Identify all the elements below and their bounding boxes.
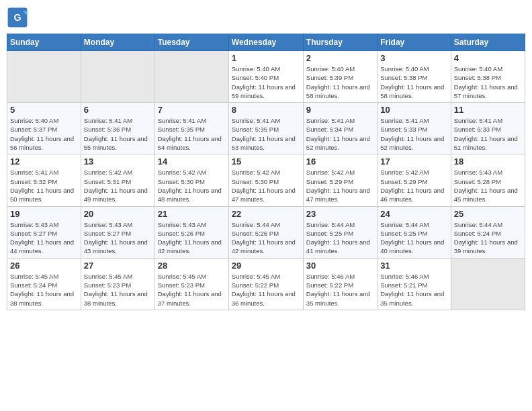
calendar-cell: 4Sunrise: 5:40 AM Sunset: 5:38 PM Daylig… [451, 51, 525, 103]
calendar-header-row: SundayMondayTuesdayWednesdayThursdayFrid… [7, 34, 525, 51]
day-number: 11 [454, 105, 522, 115]
day-number: 30 [306, 261, 374, 271]
calendar-cell [154, 51, 228, 103]
day-number: 13 [84, 156, 152, 167]
day-info: Sunrise: 5:42 AM Sunset: 5:30 PM Dayligh… [232, 168, 300, 203]
day-info: Sunrise: 5:44 AM Sunset: 5:25 PM Dayligh… [380, 220, 447, 256]
logo: G [7, 7, 31, 28]
calendar-cell: 19Sunrise: 5:43 AM Sunset: 5:27 PM Dayli… [7, 206, 81, 258]
svg-text:G: G [13, 12, 21, 23]
day-info: Sunrise: 5:43 AM Sunset: 5:28 PM Dayligh… [454, 168, 522, 203]
calendar-cell: 23Sunrise: 5:44 AM Sunset: 5:25 PM Dayli… [303, 206, 377, 258]
calendar-header-monday: Monday [81, 34, 154, 51]
calendar-header-friday: Friday [378, 34, 451, 51]
calendar-header-tuesday: Tuesday [154, 34, 228, 51]
day-info: Sunrise: 5:43 AM Sunset: 5:27 PM Dayligh… [84, 220, 152, 256]
calendar-cell: 13Sunrise: 5:42 AM Sunset: 5:31 PM Dayli… [81, 154, 154, 206]
day-number: 8 [232, 105, 300, 115]
day-info: Sunrise: 5:42 AM Sunset: 5:29 PM Dayligh… [306, 168, 374, 203]
logo-icon: G [7, 7, 28, 28]
calendar-cell: 15Sunrise: 5:42 AM Sunset: 5:30 PM Dayli… [228, 154, 303, 206]
day-info: Sunrise: 5:42 AM Sunset: 5:29 PM Dayligh… [380, 168, 447, 203]
calendar-table: SundayMondayTuesdayWednesdayThursdayFrid… [7, 34, 525, 310]
day-info: Sunrise: 5:40 AM Sunset: 5:38 PM Dayligh… [380, 64, 447, 100]
calendar-cell: 22Sunrise: 5:44 AM Sunset: 5:26 PM Dayli… [228, 206, 303, 258]
day-info: Sunrise: 5:42 AM Sunset: 5:30 PM Dayligh… [158, 168, 226, 203]
calendar-header-thursday: Thursday [303, 34, 377, 51]
calendar-header-wednesday: Wednesday [228, 34, 303, 51]
calendar-cell: 27Sunrise: 5:45 AM Sunset: 5:23 PM Dayli… [81, 258, 154, 310]
day-number: 20 [84, 209, 152, 219]
day-number: 2 [306, 53, 374, 63]
calendar-cell: 30Sunrise: 5:46 AM Sunset: 5:22 PM Dayli… [303, 258, 377, 310]
day-info: Sunrise: 5:41 AM Sunset: 5:35 PM Dayligh… [158, 116, 226, 152]
calendar-cell: 8Sunrise: 5:41 AM Sunset: 5:35 PM Daylig… [228, 103, 303, 154]
calendar-cell: 26Sunrise: 5:45 AM Sunset: 5:24 PM Dayli… [7, 258, 81, 310]
calendar-cell: 16Sunrise: 5:42 AM Sunset: 5:29 PM Dayli… [303, 154, 377, 206]
calendar-week-5: 26Sunrise: 5:45 AM Sunset: 5:24 PM Dayli… [7, 258, 525, 310]
calendar-cell: 25Sunrise: 5:44 AM Sunset: 5:24 PM Dayli… [451, 206, 525, 258]
calendar-cell: 20Sunrise: 5:43 AM Sunset: 5:27 PM Dayli… [81, 206, 154, 258]
day-number: 24 [380, 209, 447, 219]
day-info: Sunrise: 5:44 AM Sunset: 5:25 PM Dayligh… [306, 220, 374, 256]
day-info: Sunrise: 5:45 AM Sunset: 5:23 PM Dayligh… [84, 272, 152, 308]
day-info: Sunrise: 5:43 AM Sunset: 5:26 PM Dayligh… [158, 220, 226, 256]
day-info: Sunrise: 5:41 AM Sunset: 5:33 PM Dayligh… [380, 116, 447, 152]
day-number: 26 [10, 261, 78, 271]
calendar-cell: 11Sunrise: 5:41 AM Sunset: 5:33 PM Dayli… [451, 103, 525, 154]
calendar-cell: 18Sunrise: 5:43 AM Sunset: 5:28 PM Dayli… [451, 154, 525, 206]
calendar-cell: 9Sunrise: 5:41 AM Sunset: 5:34 PM Daylig… [303, 103, 377, 154]
calendar-cell: 3Sunrise: 5:40 AM Sunset: 5:38 PM Daylig… [378, 51, 451, 103]
day-info: Sunrise: 5:46 AM Sunset: 5:22 PM Dayligh… [306, 272, 374, 308]
day-info: Sunrise: 5:43 AM Sunset: 5:27 PM Dayligh… [10, 220, 78, 256]
calendar-cell: 28Sunrise: 5:45 AM Sunset: 5:23 PM Dayli… [154, 258, 228, 310]
calendar-week-4: 19Sunrise: 5:43 AM Sunset: 5:27 PM Dayli… [7, 206, 525, 258]
day-number: 16 [306, 156, 374, 167]
calendar-cell: 2Sunrise: 5:40 AM Sunset: 5:39 PM Daylig… [303, 51, 377, 103]
day-number: 10 [380, 105, 447, 115]
day-info: Sunrise: 5:46 AM Sunset: 5:21 PM Dayligh… [380, 272, 447, 308]
calendar-cell: 5Sunrise: 5:40 AM Sunset: 5:37 PM Daylig… [7, 103, 81, 154]
day-info: Sunrise: 5:40 AM Sunset: 5:37 PM Dayligh… [10, 116, 78, 152]
calendar-week-3: 12Sunrise: 5:41 AM Sunset: 5:32 PM Dayli… [7, 154, 525, 206]
calendar-header-sunday: Sunday [7, 34, 81, 51]
day-number: 21 [158, 209, 226, 219]
day-number: 14 [158, 156, 226, 167]
calendar-cell: 29Sunrise: 5:45 AM Sunset: 5:22 PM Dayli… [228, 258, 303, 310]
calendar-week-1: 1Sunrise: 5:40 AM Sunset: 5:40 PM Daylig… [7, 51, 525, 103]
day-info: Sunrise: 5:44 AM Sunset: 5:26 PM Dayligh… [232, 220, 300, 256]
page: G SundayMondayTuesdayWednesdayThursdayFr… [0, 0, 532, 411]
day-number: 22 [232, 209, 300, 219]
day-number: 19 [10, 209, 78, 219]
calendar-week-2: 5Sunrise: 5:40 AM Sunset: 5:37 PM Daylig… [7, 103, 525, 154]
header: G [7, 7, 525, 28]
calendar-cell: 6Sunrise: 5:41 AM Sunset: 5:36 PM Daylig… [81, 103, 154, 154]
calendar-header-saturday: Saturday [451, 34, 525, 51]
day-number: 23 [306, 209, 374, 219]
day-number: 9 [306, 105, 374, 115]
day-info: Sunrise: 5:41 AM Sunset: 5:32 PM Dayligh… [10, 168, 78, 203]
day-info: Sunrise: 5:41 AM Sunset: 5:36 PM Dayligh… [84, 116, 152, 152]
day-number: 15 [232, 156, 300, 167]
day-number: 28 [158, 261, 226, 271]
calendar-cell: 1Sunrise: 5:40 AM Sunset: 5:40 PM Daylig… [228, 51, 303, 103]
day-number: 3 [380, 53, 447, 63]
calendar-cell: 12Sunrise: 5:41 AM Sunset: 5:32 PM Dayli… [7, 154, 81, 206]
calendar-cell: 7Sunrise: 5:41 AM Sunset: 5:35 PM Daylig… [154, 103, 228, 154]
day-info: Sunrise: 5:41 AM Sunset: 5:34 PM Dayligh… [306, 116, 374, 152]
calendar-cell [451, 258, 525, 310]
day-number: 27 [84, 261, 152, 271]
day-info: Sunrise: 5:44 AM Sunset: 5:24 PM Dayligh… [454, 220, 522, 256]
calendar-cell: 10Sunrise: 5:41 AM Sunset: 5:33 PM Dayli… [378, 103, 451, 154]
calendar-cell [81, 51, 154, 103]
day-info: Sunrise: 5:41 AM Sunset: 5:35 PM Dayligh… [232, 116, 300, 152]
day-number: 12 [10, 156, 78, 167]
day-number: 25 [454, 209, 522, 219]
day-info: Sunrise: 5:45 AM Sunset: 5:23 PM Dayligh… [158, 272, 226, 308]
calendar-cell [7, 51, 81, 103]
calendar-cell: 24Sunrise: 5:44 AM Sunset: 5:25 PM Dayli… [378, 206, 451, 258]
calendar-cell: 21Sunrise: 5:43 AM Sunset: 5:26 PM Dayli… [154, 206, 228, 258]
day-info: Sunrise: 5:40 AM Sunset: 5:40 PM Dayligh… [232, 64, 300, 100]
day-number: 17 [380, 156, 447, 167]
day-info: Sunrise: 5:45 AM Sunset: 5:22 PM Dayligh… [232, 272, 300, 308]
